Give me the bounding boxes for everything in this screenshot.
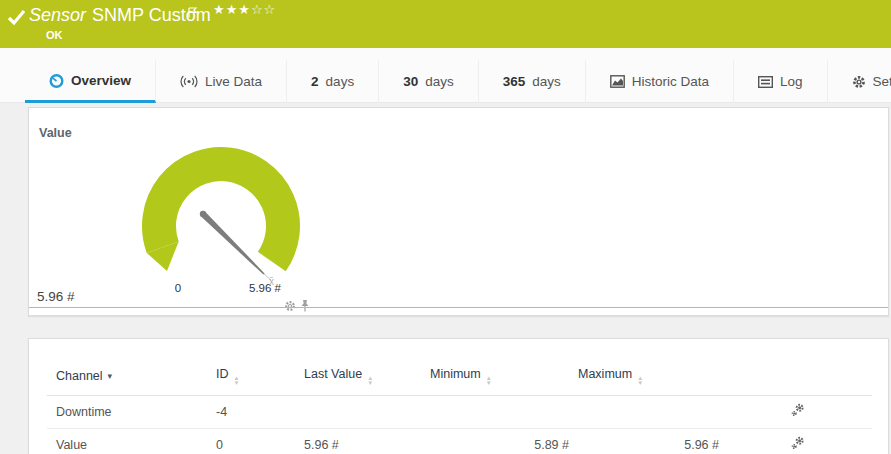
header-label: Minimum xyxy=(430,367,481,381)
log-icon xyxy=(758,76,773,88)
table-row-value: Value 0 5.96 # 5.89 # 5.96 # xyxy=(47,429,872,454)
status-check-icon xyxy=(7,9,26,30)
cell-minimum: 5.89 # xyxy=(421,429,569,454)
cell-id: 0 xyxy=(207,429,295,454)
gauge-baseline xyxy=(29,307,888,308)
gauge-arc xyxy=(159,164,283,262)
cell-last-value xyxy=(295,396,421,429)
tab-historic-data[interactable]: Historic Data xyxy=(586,60,734,103)
status-badge: OK xyxy=(46,29,63,41)
area-chart-icon xyxy=(610,75,625,88)
sort-icon: ▲▼ xyxy=(486,376,492,385)
tab-log[interactable]: Log xyxy=(734,60,828,103)
gauge-min-label: 0 xyxy=(167,282,189,294)
tab-label: days xyxy=(326,74,355,89)
current-value-label: 5.96 # xyxy=(37,289,75,304)
sort-icon: ▲▼ xyxy=(234,376,240,385)
header-label: ID xyxy=(216,367,229,381)
tab-number: 365 xyxy=(503,74,526,89)
stars-empty: ☆☆ xyxy=(251,2,276,17)
cell-actions xyxy=(719,429,872,454)
broadcast-icon xyxy=(180,75,198,88)
cell-maximum: 5.96 # xyxy=(569,429,719,454)
gear-icon xyxy=(852,75,866,89)
gauge-needle xyxy=(201,212,265,275)
tab-label: days xyxy=(425,74,454,89)
cell-minimum xyxy=(421,396,569,429)
channel-table-panel: Channel▾ ID▲▼ Last Value▲▼ Minimum▲▼ Max… xyxy=(28,338,889,454)
header-label: Last Value xyxy=(304,367,362,381)
channel-settings-gears-icon[interactable] xyxy=(791,439,805,453)
header-label: Channel xyxy=(56,369,103,383)
tab-live-data[interactable]: Live Data xyxy=(156,60,287,103)
tab-label: days xyxy=(532,74,561,89)
cell-maximum xyxy=(569,396,719,429)
value-gauge-chart xyxy=(129,138,329,308)
gauge-panel-title: Value xyxy=(39,126,72,140)
tab-365-days[interactable]: 365 days xyxy=(479,60,586,103)
tab-label: Historic Data xyxy=(632,74,709,89)
header-label: Maximum xyxy=(578,367,632,381)
tab-label: Settings xyxy=(873,74,891,89)
tab-30-days[interactable]: 30 days xyxy=(379,60,479,103)
sensor-header: SensorSNMP Custom ★★★☆☆ OK xyxy=(0,0,891,48)
channel-settings-gears-icon[interactable] xyxy=(791,406,805,420)
tab-settings[interactable]: Settings xyxy=(828,60,891,103)
cell-channel: Downtime xyxy=(47,396,207,429)
cell-actions xyxy=(719,396,872,429)
cell-last-value: 5.96 # xyxy=(295,429,421,454)
column-header-maximum[interactable]: Maximum▲▼ xyxy=(569,359,719,396)
column-header-actions xyxy=(719,359,872,396)
tab-overview[interactable]: Overview xyxy=(25,60,156,103)
tab-2-days[interactable]: 2 days xyxy=(287,60,379,103)
tab-label: Log xyxy=(780,74,803,89)
tab-bar: Overview Live Data 2 days 30 days 365 da… xyxy=(0,48,891,103)
sort-desc-icon: ▾ xyxy=(108,371,113,381)
page-title: SensorSNMP Custom xyxy=(29,5,211,26)
content-area: Value 0 5.96 # x̄ 5.96 # xyxy=(0,103,891,454)
channel-table: Channel▾ ID▲▼ Last Value▲▼ Minimum▲▼ Max… xyxy=(47,359,872,454)
tab-label: Overview xyxy=(71,73,131,88)
cell-id: -4 xyxy=(207,396,295,429)
gauge-max-label: 5.96 # xyxy=(234,282,296,294)
column-header-channel[interactable]: Channel▾ xyxy=(47,359,207,396)
table-row-downtime: Downtime -4 xyxy=(47,396,872,429)
column-header-id[interactable]: ID▲▼ xyxy=(207,359,295,396)
priority-stars[interactable]: ★★★☆☆ xyxy=(213,2,276,17)
flag-icon[interactable] xyxy=(188,4,199,22)
table-header-row: Channel▾ ID▲▼ Last Value▲▼ Minimum▲▼ Max… xyxy=(47,359,872,396)
sort-icon: ▲▼ xyxy=(637,376,643,385)
tab-number: 2 xyxy=(311,74,319,89)
tab-label: Live Data xyxy=(205,74,262,89)
mean-symbol: x̄ xyxy=(269,276,274,287)
tab-number: 30 xyxy=(403,74,418,89)
value-gauge-panel: Value 0 5.96 # x̄ 5.96 # xyxy=(28,107,889,316)
sort-icon: ▲▼ xyxy=(367,376,373,385)
column-header-last-value[interactable]: Last Value▲▼ xyxy=(295,359,421,396)
stars-filled: ★★★ xyxy=(213,2,251,17)
gauge-icon xyxy=(49,73,64,88)
column-header-minimum[interactable]: Minimum▲▼ xyxy=(421,359,569,396)
sensor-type-label: Sensor xyxy=(29,5,86,25)
cell-channel: Value xyxy=(47,429,207,454)
